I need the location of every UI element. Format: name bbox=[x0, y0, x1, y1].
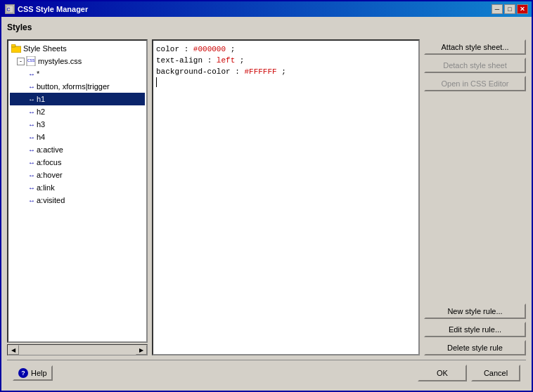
svg-text:C: C bbox=[7, 7, 11, 12]
left-panel: Style Sheets - CSS mystyles.css bbox=[7, 39, 148, 355]
rule-star-label: * bbox=[37, 70, 39, 78]
rule-avisited-label: a:visited bbox=[37, 196, 65, 204]
css-code-editor[interactable]: color : #000000 ; text-align : left ; ba… bbox=[152, 39, 420, 355]
svg-rect-3 bbox=[11, 44, 15, 47]
rule-arrow-icon: ↔ bbox=[27, 195, 37, 205]
styles-section-label: Styles bbox=[7, 22, 526, 32]
rule-h3-label: h3 bbox=[37, 120, 45, 129]
minimize-button[interactable]: ─ bbox=[492, 4, 503, 14]
rule-alink-label: a:link bbox=[37, 183, 55, 192]
main-content: Style Sheets - CSS mystyles.css bbox=[7, 39, 526, 355]
bottom-right-buttons: OK Cancel bbox=[418, 365, 520, 381]
css-textalign-value: left bbox=[217, 56, 235, 65]
rule-arrow-icon: ↔ bbox=[27, 69, 37, 79]
tree-rule-h2[interactable]: ↔ h2 bbox=[10, 105, 145, 118]
attach-stylesheet-button[interactable]: Attach style sheet... bbox=[424, 39, 526, 55]
cancel-button[interactable]: Cancel bbox=[471, 365, 520, 381]
delete-style-rule-button[interactable]: Delete style rule bbox=[424, 340, 526, 355]
close-button[interactable]: ✕ bbox=[517, 4, 528, 14]
css-color-value: #000000 bbox=[193, 45, 226, 53]
mystyles-label: mystyles.css bbox=[38, 57, 82, 65]
style-tree[interactable]: Style Sheets - CSS mystyles.css bbox=[7, 39, 148, 343]
right-panel: Attach style sheet... Detach style sheet… bbox=[424, 39, 526, 355]
tree-root-stylesheets[interactable]: Style Sheets bbox=[10, 42, 145, 55]
open-css-editor-button[interactable]: Open in CSS Editor bbox=[424, 76, 526, 91]
folder-icon bbox=[11, 44, 21, 53]
tree-rule-aactive[interactable]: ↔ a:active bbox=[10, 143, 145, 156]
scroll-track[interactable] bbox=[19, 345, 136, 355]
help-label: Help bbox=[31, 369, 47, 377]
css-colon-3: : bbox=[235, 67, 244, 76]
tree-rule-h3[interactable]: ↔ h3 bbox=[10, 118, 145, 131]
rule-h4-label: h4 bbox=[37, 133, 45, 141]
tree-rule-h1[interactable]: ↔ h1 bbox=[10, 93, 145, 105]
help-icon: ? bbox=[18, 368, 28, 378]
rule-aactive-label: a:active bbox=[37, 145, 63, 154]
css-semicolon-2: ; bbox=[240, 56, 245, 65]
scroll-left-button[interactable]: ◀ bbox=[8, 345, 19, 355]
css-semicolon-3: ; bbox=[281, 67, 286, 76]
css-file-icon: CSS bbox=[26, 56, 36, 66]
code-line-3: background-color : #FFFFFF ; bbox=[156, 66, 416, 77]
edit-style-rule-button[interactable]: Edit style rule... bbox=[424, 322, 526, 337]
tree-mystyles-css[interactable]: - CSS mystyles.css bbox=[10, 55, 145, 67]
cursor-blink bbox=[156, 77, 162, 87]
code-line-cursor bbox=[156, 77, 416, 89]
bottom-bar: ? Help OK Cancel bbox=[7, 360, 526, 385]
css-style-manager-window: C CSS Style Manager ─ □ ✕ Styles bbox=[0, 0, 533, 392]
tree-horizontal-scrollbar[interactable]: ◀ ▶ bbox=[7, 344, 148, 355]
rule-arrow-icon: ↔ bbox=[27, 81, 37, 91]
css-colon-1: : bbox=[184, 45, 193, 53]
svg-text:CSS: CSS bbox=[27, 58, 35, 63]
code-line-1: color : #000000 ; bbox=[156, 44, 416, 55]
new-style-rule-button[interactable]: New style rule... bbox=[424, 303, 526, 319]
css-bgcolor-property: background-color bbox=[156, 67, 231, 76]
tree-rule-button[interactable]: ↔ button, xforms|trigger bbox=[10, 80, 145, 93]
rule-button-label: button, xforms|trigger bbox=[37, 82, 110, 91]
detach-stylesheet-button[interactable]: Detach style sheet bbox=[424, 58, 526, 73]
tree-rule-alink[interactable]: ↔ a:link bbox=[10, 181, 145, 194]
window-body: Styles Style Sheets bbox=[1, 17, 532, 391]
css-semicolon-1: ; bbox=[231, 45, 236, 53]
help-button[interactable]: ? Help bbox=[13, 365, 53, 381]
rule-ahover-label: a:hover bbox=[37, 171, 63, 179]
tree-rule-h4[interactable]: ↔ h4 bbox=[10, 131, 145, 143]
window-icon: C bbox=[5, 4, 15, 14]
collapse-icon[interactable]: - bbox=[17, 58, 25, 65]
rule-arrow-icon: ↔ bbox=[27, 157, 37, 167]
rule-afocus-label: a:focus bbox=[37, 158, 61, 166]
rule-arrow-icon: ↔ bbox=[27, 119, 37, 129]
tree-rule-afocus[interactable]: ↔ a:focus bbox=[10, 156, 145, 169]
maximize-button[interactable]: □ bbox=[504, 4, 515, 14]
rule-arrow-icon: ↔ bbox=[27, 145, 37, 155]
code-line-2: text-align : left ; bbox=[156, 55, 416, 66]
title-bar: C CSS Style Manager ─ □ ✕ bbox=[1, 1, 532, 17]
rule-arrow-icon: ↔ bbox=[27, 94, 37, 104]
tree-rule-ahover[interactable]: ↔ a:hover bbox=[10, 169, 145, 181]
rule-arrow-icon: ↔ bbox=[27, 183, 37, 192]
rule-h2-label: h2 bbox=[37, 107, 45, 116]
window-title: CSS Style Manager bbox=[18, 5, 88, 13]
rule-h1-label: h1 bbox=[37, 95, 45, 103]
title-bar-left: C CSS Style Manager bbox=[5, 4, 88, 14]
button-spacer bbox=[424, 94, 526, 301]
rule-arrow-icon: ↔ bbox=[27, 107, 37, 117]
title-bar-controls: ─ □ ✕ bbox=[492, 4, 528, 14]
css-colon-2: : bbox=[207, 56, 217, 65]
middle-panel: color : #000000 ; text-align : left ; ba… bbox=[152, 39, 420, 355]
ok-button[interactable]: OK bbox=[418, 365, 467, 381]
scroll-right-button[interactable]: ▶ bbox=[136, 345, 147, 355]
stylesheets-label: Style Sheets bbox=[23, 44, 67, 53]
rule-arrow-icon: ↔ bbox=[27, 170, 37, 180]
css-bgcolor-value: #FFFFFF bbox=[244, 67, 276, 76]
tree-rule-star[interactable]: ↔ * bbox=[10, 67, 145, 80]
rule-arrow-icon: ↔ bbox=[27, 132, 37, 142]
css-textalign-property: text-align bbox=[156, 56, 203, 65]
tree-rule-avisited[interactable]: ↔ a:visited bbox=[10, 194, 145, 207]
css-color-property: color bbox=[156, 45, 179, 53]
